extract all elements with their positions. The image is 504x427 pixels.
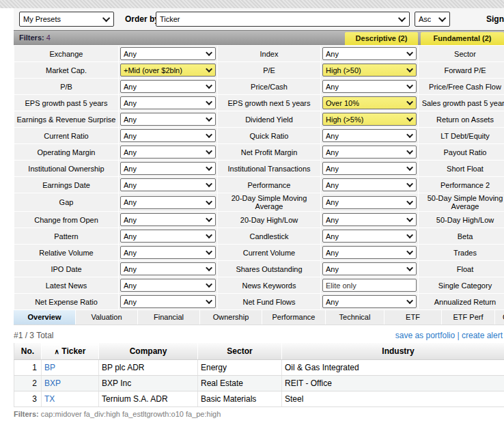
- institutional-ownership-select[interactable]: Any: [120, 162, 216, 175]
- latest-news-select[interactable]: Any: [120, 279, 216, 292]
- ticker-link[interactable]: TX: [42, 391, 99, 407]
- exchange-select[interactable]: Any: [120, 47, 216, 60]
- ticker-link[interactable]: BXP: [42, 376, 99, 391]
- candlestick-select[interactable]: Any: [322, 230, 417, 243]
- operating-margin-select[interactable]: Any: [120, 146, 216, 159]
- pattern-select[interactable]: Any: [120, 230, 216, 243]
- chevron-down-icon: [406, 49, 413, 56]
- dividend-yield-select[interactable]: High (>5%): [322, 113, 417, 126]
- current-volume-select[interactable]: Any: [322, 246, 417, 259]
- net-profit-margin-select[interactable]: Any: [322, 146, 417, 159]
- table-row: 2 BXP BXP Inc Real Estate REIT - Office: [14, 376, 504, 391]
- chevron-down-icon: [206, 198, 212, 205]
- change-from-open-select[interactable]: Any: [120, 213, 216, 226]
- chevron-down-icon: [206, 264, 212, 271]
- filter-label-current-volume: Current Volume: [218, 245, 320, 260]
- header-ticker[interactable]: ∧ Ticker: [42, 343, 99, 360]
- tab-ownership[interactable]: Ownership: [200, 310, 262, 325]
- filter-row: Change from Open Any 20-Day High/Low Any…: [14, 212, 504, 228]
- current-ratio-select[interactable]: Any: [120, 129, 216, 142]
- chevron-down-icon: [206, 180, 212, 187]
- filter-label-annualized-return: Annualized Return: [419, 294, 504, 309]
- filter-label-single-category: Single Category: [419, 277, 504, 293]
- row-number: 1: [14, 360, 42, 376]
- relative-volume-select[interactable]: Any: [120, 246, 216, 259]
- market-cap-select[interactable]: +Mid (over $2bln): [120, 64, 216, 77]
- filter-row: P/B Any Price/Cash Any Price/Free Cash F…: [14, 79, 504, 94]
- tab-performance[interactable]: Performance: [262, 310, 326, 325]
- chevron-down-icon: [206, 98, 212, 105]
- filter-label-earnings-date: Earnings Date: [14, 177, 118, 193]
- header-company[interactable]: Company: [99, 343, 198, 360]
- header-sector[interactable]: Sector: [198, 343, 282, 360]
- tab-technical[interactable]: Technical: [326, 310, 384, 325]
- filter-label-current-ratio: Current Ratio: [14, 128, 118, 143]
- tab-etf-perf[interactable]: ETF Perf: [442, 310, 495, 325]
- company-cell: BP plc ADR: [99, 360, 198, 376]
- tab-etf[interactable]: ETF: [384, 310, 442, 325]
- save-as-portfolio-link[interactable]: save as portfolio: [395, 331, 455, 340]
- filter-label-pe: P/E: [218, 62, 320, 78]
- header-no[interactable]: No.: [14, 343, 42, 360]
- chevron-down-icon: [406, 264, 413, 271]
- eps-growth-next-5y-select[interactable]: Over 10%: [322, 96, 417, 109]
- presets-select[interactable]: My Presets: [19, 12, 114, 27]
- filter-label-float: Float: [419, 261, 504, 277]
- news-keywords-input[interactable]: [322, 279, 417, 292]
- results-links: save as portfolio | create alert: [395, 331, 503, 340]
- filter-label-index: Index: [218, 46, 320, 61]
- results-table: No. ∧ Ticker Company Sector Industry 1 B…: [14, 343, 504, 407]
- chevron-down-icon: [406, 131, 413, 138]
- filter-label-forward-pe: Forward P/E: [419, 62, 504, 78]
- chevron-down-icon: [206, 232, 212, 238]
- tab-financial[interactable]: Financial: [138, 310, 200, 325]
- filter-label-performance-2: Performance 2: [419, 177, 504, 193]
- tab-overview[interactable]: Overview: [14, 310, 76, 325]
- net-expense-ratio-select[interactable]: Any: [120, 295, 216, 308]
- institutional-transactions-select[interactable]: Any: [322, 162, 417, 175]
- order-by-select[interactable]: Ticker: [156, 12, 410, 27]
- industry-cell: Steel: [282, 391, 504, 407]
- filter-label-sales-growth-past-5y: Sales growth past 5 years: [419, 95, 504, 111]
- chevron-down-icon: [438, 14, 446, 22]
- row-number: 2: [14, 376, 42, 391]
- net-fund-flows-select[interactable]: Any: [322, 295, 417, 308]
- chevron-down-icon: [206, 281, 212, 288]
- price-cash-select[interactable]: Any: [322, 80, 417, 93]
- filter-label-pb: P/B: [14, 79, 118, 94]
- tab-valuation[interactable]: Valuation: [76, 310, 138, 325]
- tab-custom[interactable]: Custom: [495, 310, 504, 325]
- filter-label-earnings-revenue-surprise: Earnings & Revenue Surprise: [14, 111, 118, 127]
- index-select[interactable]: Any: [322, 47, 417, 60]
- filter-label-dividend-yield: Dividend Yield: [218, 111, 320, 127]
- performance-select[interactable]: Any: [322, 178, 417, 191]
- filter-label-net-expense-ratio: Net Expense Ratio: [14, 294, 118, 309]
- earnings-date-select[interactable]: Any: [120, 178, 216, 191]
- create-alert-link[interactable]: create alert: [462, 331, 503, 340]
- pe-select[interactable]: High (>50): [322, 64, 417, 77]
- filter-label-news-keywords: News Keywords: [218, 277, 320, 293]
- industry-cell: REIT - Office: [282, 376, 504, 391]
- tab-descriptive[interactable]: Descriptive (2): [345, 32, 418, 45]
- filter-label-lt-debt-equity: LT Debt/Equity: [419, 128, 504, 143]
- filter-row: Latest News Any News Keywords Single Cat…: [14, 277, 504, 293]
- filter-row: Operating Margin Any Net Profit Margin A…: [14, 144, 504, 160]
- earnings-revenue-surprise-select[interactable]: Any: [120, 113, 216, 126]
- eps-growth-past-5y-select[interactable]: Any: [120, 96, 216, 109]
- gap-select[interactable]: Any: [120, 196, 216, 209]
- header-industry[interactable]: Industry: [282, 343, 504, 360]
- sma20-select[interactable]: Any: [322, 196, 417, 209]
- results-header-row: No. ∧ Ticker Company Sector Industry: [14, 343, 504, 360]
- chevron-down-icon: [102, 14, 110, 22]
- ipo-date-select[interactable]: Any: [120, 262, 216, 275]
- pb-select[interactable]: Any: [120, 80, 216, 93]
- shares-outstanding-select[interactable]: Any: [322, 262, 417, 275]
- quick-ratio-select[interactable]: Any: [322, 129, 417, 142]
- sort-asc-icon: ∧: [55, 348, 59, 355]
- high-low-20day-select[interactable]: Any: [322, 213, 417, 226]
- filter-row: Earnings Date Any Performance Any Perfor…: [14, 177, 504, 193]
- tab-fundamental[interactable]: Fundamental (2): [421, 32, 504, 45]
- chevron-down-icon: [206, 131, 212, 138]
- order-direction-select[interactable]: Asc: [415, 12, 450, 27]
- ticker-link[interactable]: BP: [42, 360, 99, 376]
